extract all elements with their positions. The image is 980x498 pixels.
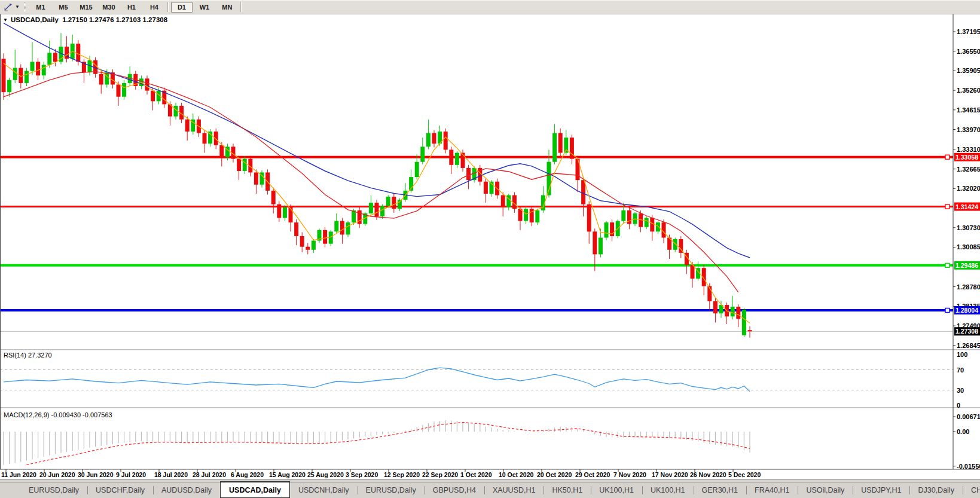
chart-window: 1.371951.365501.359051.352601.346151.339… — [0, 14, 980, 480]
date-axis-label: 6 Aug 2020 — [231, 471, 264, 478]
chart-tab-dj30-daily[interactable]: DJ30,Daily — [909, 482, 962, 498]
timeframe-button-m30[interactable]: M30 — [98, 2, 120, 13]
chart-tab-hk50-h1[interactable]: HK50,H1 — [544, 482, 591, 498]
chart-symbol: USDCAD,Daily — [11, 16, 59, 23]
price-axis-tick: 1.32665 — [957, 166, 980, 173]
date-axis-label: 1 Oct 2020 — [460, 471, 492, 478]
price-axis-tick: 1.33310 — [957, 146, 980, 153]
timeframe-button-h1[interactable]: H1 — [121, 2, 142, 13]
toolbar-divider — [240, 2, 242, 12]
timeframe-button-m5[interactable]: M5 — [53, 2, 74, 13]
svg-text:1.31424: 1.31424 — [955, 203, 978, 210]
date-axis-label: 11 Jun 2020 — [1, 471, 36, 478]
chart-tab-uk100-h1[interactable]: UK100,H1 — [642, 482, 694, 498]
date-axis-label: 26 Nov 2020 — [690, 471, 726, 478]
chart-tab-bar: EURUSD,DailyUSDCHF,DailyAUDUSD,DailyUSDC… — [0, 482, 980, 498]
toolbar-grip-handle[interactable] — [24, 2, 26, 12]
timeframe-toolbar: ▼ M1M5M15M30H1H4D1W1MN — [0, 0, 980, 14]
timeframe-button-m1[interactable]: M1 — [30, 2, 51, 13]
price-level-badge: 1.27308 — [954, 327, 980, 335]
date-axis-label: 7 Nov 2020 — [613, 471, 646, 478]
date-axis-label: 22 Sep 2020 — [422, 471, 458, 478]
price-axis-tick: 1.36550 — [957, 48, 980, 55]
chart-tab-usdjpy-h1[interactable]: USDJPY,H1 — [853, 482, 909, 498]
chart-tab-gbpusd-h4[interactable]: GBPUSD,H4 — [425, 482, 484, 498]
price-axis-tick: 1.26845 — [957, 342, 980, 349]
price-axis-tick: 1.28780 — [957, 283, 980, 291]
price-axis-tick: 1.35905 — [957, 67, 980, 74]
chevron-down-icon[interactable]: ▼ — [15, 4, 20, 10]
price-axis-tick: 1.35260 — [957, 87, 980, 94]
date-axis-label: 12 Sep 2020 — [384, 471, 420, 478]
chart-tab-china300-h1[interactable]: CHINA300,H1 — [963, 482, 980, 498]
price-level-badge: 1.31424 — [954, 203, 980, 211]
chart-tab-uk100-h1[interactable]: UK100,H1 — [591, 482, 642, 498]
toolbar-divider — [167, 2, 169, 12]
macd-indicator-label: MACD(12,26,9) -0.009430 -0.007563 — [4, 411, 112, 418]
date-axis-label: 20 Oct 2020 — [537, 471, 572, 478]
chart-title: ▼USDCAD,Daily 1.27150 1.27476 1.27103 1.… — [3, 16, 167, 23]
svg-text:0.006712: 0.006712 — [957, 413, 980, 420]
date-axis-label: 30 Jun 2020 — [78, 471, 114, 478]
date-axis-label: 15 Aug 2020 — [269, 471, 306, 478]
price-level-badge: 1.29486 — [954, 261, 980, 270]
svg-text:30: 30 — [957, 387, 964, 394]
svg-text:-0.015502: -0.015502 — [957, 463, 980, 470]
timeframe-button-m15[interactable]: M15 — [75, 2, 97, 13]
price-axis-tick: 1.33970 — [957, 126, 980, 133]
timeframe-button-mn[interactable]: MN — [216, 2, 238, 13]
crosshair-line-tool-icon[interactable] — [2, 2, 14, 13]
svg-text:1.28004: 1.28004 — [955, 307, 978, 314]
svg-text:1.33058: 1.33058 — [955, 154, 978, 161]
timeframe-button-h4[interactable]: H4 — [144, 2, 165, 13]
svg-text:100: 100 — [957, 351, 967, 358]
chart-ohlc-values: 1.27150 1.27476 1.27103 1.27308 — [62, 16, 167, 23]
date-axis-label: 17 Nov 2020 — [652, 471, 688, 478]
chart-tab-eurusd-daily[interactable]: EURUSD,Daily — [20, 482, 87, 498]
price-axis-tick: 1.37195 — [957, 28, 980, 35]
rsi-indicator-label: RSI(14) 27.3270 — [4, 352, 52, 359]
date-axis-label: 28 Jul 2020 — [193, 471, 226, 478]
date-axis-label: 10 Oct 2020 — [499, 471, 534, 478]
svg-text:1.29486: 1.29486 — [955, 262, 978, 269]
timeframe-button-d1[interactable]: D1 — [171, 2, 193, 13]
chart-tab-usoil-daily[interactable]: USOil,Daily — [798, 482, 853, 498]
chart-tab-fra40-h1[interactable]: FRA40,H1 — [746, 482, 798, 498]
chart-tab-audusd-daily[interactable]: AUDUSD,Daily — [153, 482, 220, 498]
chart-canvas[interactable]: 1.371951.365501.359051.352601.346151.339… — [0, 14, 980, 480]
price-axis-tick: 1.32020 — [957, 185, 980, 192]
chart-tab-usdcad-daily[interactable]: USDCAD,Daily — [220, 481, 290, 498]
chart-tab-usdcnh-daily[interactable]: USDCNH,Daily — [290, 482, 358, 498]
date-axis-label: 25 Aug 2020 — [307, 471, 344, 478]
date-axis-label: 29 Oct 2020 — [575, 471, 610, 478]
chart-tab-ger30-h1[interactable]: GER30,H1 — [694, 482, 746, 498]
svg-text:1.27308: 1.27308 — [955, 328, 978, 335]
chart-tab-xauusd-h1[interactable]: XAUUSD,H1 — [484, 482, 544, 498]
svg-text:0.00: 0.00 — [957, 428, 969, 435]
date-axis-label: 5 Dec 2020 — [728, 471, 761, 478]
price-axis-tick: 1.30730 — [957, 224, 980, 231]
price-axis-tick: 1.30085 — [957, 243, 980, 250]
date-axis-label: 18 Jul 2020 — [154, 471, 188, 478]
chart-tab-eurusd-daily[interactable]: EURUSD,Daily — [358, 482, 425, 498]
chart-tab-usdchf-daily[interactable]: USDCHF,Daily — [87, 482, 153, 498]
date-axis-label: 3 Sep 2020 — [346, 471, 378, 478]
svg-text:0: 0 — [957, 402, 960, 409]
price-level-badge: 1.33058 — [954, 153, 980, 161]
price-level-badge: 1.28004 — [954, 306, 980, 314]
date-axis-label: 9 Jul 2020 — [116, 471, 146, 478]
date-axis-label: 20 Jun 2020 — [39, 471, 75, 478]
collapse-arrow-icon[interactable]: ▼ — [3, 17, 8, 23]
price-axis-tick: 1.34615 — [957, 106, 980, 114]
svg-text:70: 70 — [957, 366, 964, 374]
timeframe-button-w1[interactable]: W1 — [194, 2, 215, 13]
